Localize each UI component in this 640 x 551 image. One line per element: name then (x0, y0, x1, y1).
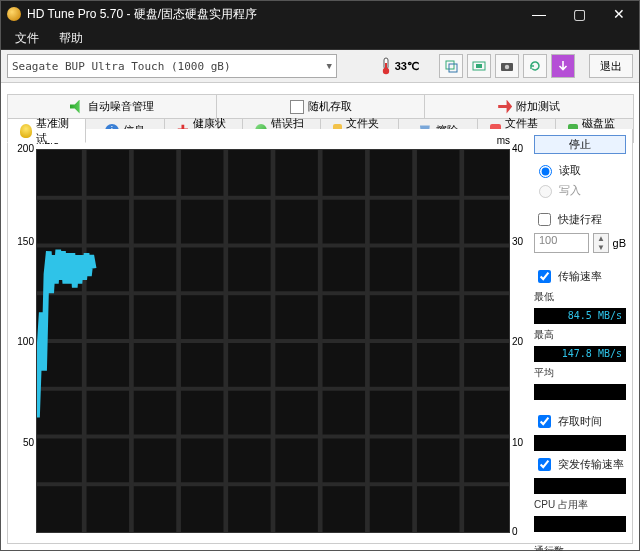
toolbar-screenshot-button[interactable] (467, 54, 491, 78)
passes-label: 通行数 (534, 544, 626, 551)
short-stroke-check[interactable]: 快捷行程 (534, 210, 626, 229)
tab-random-access[interactable]: 随机存取 (216, 94, 426, 118)
svg-point-8 (505, 65, 509, 69)
arrow-right-icon (498, 100, 512, 114)
access-time-value (534, 435, 626, 451)
bulb-icon (20, 124, 32, 138)
svg-rect-2 (385, 63, 387, 71)
page-icon (290, 100, 304, 114)
stop-button[interactable]: 停止 (534, 135, 626, 154)
min-label: 最低 (534, 290, 626, 304)
access-time-check[interactable]: 存取时间 (534, 412, 626, 431)
max-label: 最高 (534, 328, 626, 342)
drive-select[interactable]: Seagate BUP Ultra Touch (1000 gB) ▼ (7, 54, 337, 78)
short-stroke-value[interactable]: 100 (534, 233, 589, 253)
toolbar-refresh-button[interactable] (523, 54, 547, 78)
avg-label: 平均 (534, 366, 626, 380)
avg-value (534, 384, 626, 400)
tab-extra-tests[interactable]: 附加测试 (424, 94, 634, 118)
chart-unit-right: ms (497, 135, 510, 146)
temperature-value: 33℃ (395, 60, 419, 73)
burst-value (534, 478, 626, 494)
menubar: 文件 帮助 (1, 27, 639, 50)
toolbar-copy-button[interactable] (439, 54, 463, 78)
thermometer-icon (381, 57, 391, 75)
svg-rect-6 (476, 64, 482, 68)
minimize-button[interactable]: — (519, 1, 559, 27)
volume-icon (70, 100, 84, 114)
drive-select-value: Seagate BUP Ultra Touch (1000 gB) (12, 60, 231, 73)
temperature: 33℃ (381, 57, 419, 75)
close-button[interactable]: ✕ (599, 1, 639, 27)
chevron-down-icon: ▼ (327, 61, 332, 71)
burst-check[interactable]: 突发传输速率 (534, 455, 626, 474)
toolbar-camera-button[interactable] (495, 54, 519, 78)
mode-write: 写入 (534, 182, 626, 198)
menu-help[interactable]: 帮助 (49, 28, 93, 49)
mode-read[interactable]: 读取 (534, 162, 626, 178)
menu-file[interactable]: 文件 (5, 28, 49, 49)
cpu-value (534, 516, 626, 532)
transfer-rate-check[interactable]: 传输速率 (534, 267, 626, 286)
tab-auto-acoustic[interactable]: 自动噪音管理 (7, 94, 217, 118)
min-value: 84.5 MB/s (534, 308, 626, 324)
cpu-label: CPU 占用率 (534, 498, 626, 512)
toolbar: Seagate BUP Ultra Touch (1000 gB) ▼ 33℃ (1, 50, 639, 83)
tab-benchmark[interactable]: 基准测试 (7, 118, 86, 143)
toolbar-save-button[interactable] (551, 54, 575, 78)
side-panel: 停止 读取 写入 快捷行程 100 ▲▼ gB 传输速率 最低 84.5 MB/… (534, 135, 626, 537)
benchmark-chart: MB/s ms 200 150 100 50 40 30 20 10 0 (14, 135, 528, 537)
svg-rect-3 (446, 61, 454, 69)
app-icon (7, 7, 21, 21)
svg-rect-4 (449, 64, 457, 72)
exit-button[interactable]: 退出 (589, 54, 633, 78)
max-value: 147.8 MB/s (534, 346, 626, 362)
maximize-button[interactable]: ▢ (559, 1, 599, 27)
titlebar: HD Tune Pro 5.70 - 硬盘/固态硬盘实用程序 — ▢ ✕ (1, 1, 639, 27)
short-stroke-spinner[interactable]: ▲▼ (593, 233, 608, 253)
window-title: HD Tune Pro 5.70 - 硬盘/固态硬盘实用程序 (27, 6, 519, 23)
